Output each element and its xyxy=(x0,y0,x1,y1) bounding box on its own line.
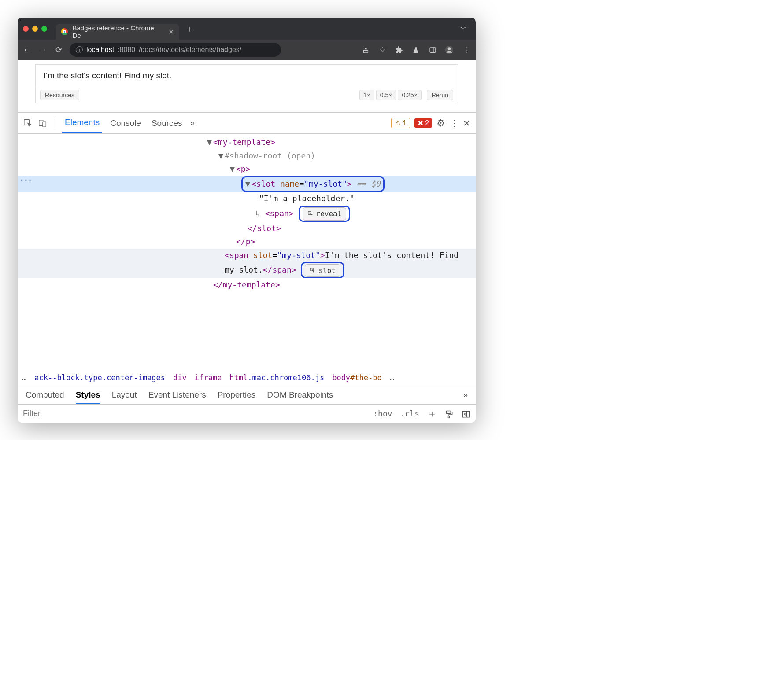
settings-icon[interactable]: ⚙ xyxy=(436,118,445,129)
zoom-1x[interactable]: 1× xyxy=(359,90,374,100)
zoom-025x[interactable]: 0.25× xyxy=(398,90,421,100)
devtools-tabs: Elements Console Sources » ⚠ 1 ✖ 2 ⚙ ⋮ ✕ xyxy=(18,113,476,134)
crumb-1[interactable]: ack--block.type.center-images xyxy=(34,373,165,382)
crumb-2[interactable]: div xyxy=(173,373,187,382)
warnings-badge[interactable]: ⚠ 1 xyxy=(391,118,410,128)
slot-close: </slot> xyxy=(248,224,281,233)
svg-point-4 xyxy=(448,47,451,50)
reload-button[interactable]: ⟳ xyxy=(54,45,63,55)
kebab-menu-icon[interactable]: ⋮ xyxy=(450,118,459,129)
tab-sources[interactable]: Sources xyxy=(149,114,185,133)
elements-tree[interactable]: ▼<my-template> ▼#shadow-root (open) ▼<p>… xyxy=(18,134,476,370)
placeholder-text: "I'm a placeholder." xyxy=(259,194,355,203)
menu-icon[interactable]: ⋮ xyxy=(461,45,471,55)
omnibox[interactable]: i localhost:8080/docs/devtools/elements/… xyxy=(70,43,281,57)
crumb-5[interactable]: body#the-bo xyxy=(332,373,382,382)
svg-rect-7 xyxy=(43,122,46,127)
subtab-properties[interactable]: Properties xyxy=(218,390,256,400)
zoom-05x[interactable]: 0.5× xyxy=(376,90,396,100)
subtab-layout[interactable]: Layout xyxy=(112,390,137,400)
url-port: :8080 xyxy=(118,46,135,54)
new-style-rule-icon[interactable]: ＋ xyxy=(427,407,437,420)
my-template-open: <my-template> xyxy=(213,137,275,147)
demo-footer: Resources 1× 0.5× 0.25× Rerun xyxy=(36,87,458,103)
subtab-event-listeners[interactable]: Event Listeners xyxy=(148,390,206,400)
crumb-ellipsis: … xyxy=(22,373,26,382)
demo-content: I'm the slot's content! Find my slot. xyxy=(36,65,458,87)
svg-rect-10 xyxy=(446,411,451,413)
styles-filterbar: :hov .cls ＋ xyxy=(18,404,476,423)
close-devtools-icon[interactable]: ✕ xyxy=(463,118,470,129)
tab-title: Badges reference - Chrome De xyxy=(72,24,161,39)
back-button[interactable]: ← xyxy=(22,45,32,55)
tab-elements[interactable]: Elements xyxy=(62,113,102,133)
new-tab-button[interactable]: ＋ xyxy=(185,23,194,35)
minimize-window-button[interactable] xyxy=(32,26,38,32)
crumb-4[interactable]: html.mac.chrome106.js xyxy=(229,373,324,382)
tabs-menu-icon[interactable]: ﹀ xyxy=(460,24,467,33)
toggle-sidebar-icon[interactable] xyxy=(462,409,470,419)
resources-button[interactable]: Resources xyxy=(40,90,79,100)
site-info-icon[interactable]: i xyxy=(76,46,83,53)
tabs-overflow-icon[interactable]: » xyxy=(190,118,195,128)
page-viewport: I'm the slot's content! Find my slot. Re… xyxy=(18,60,476,112)
p-close: </p> xyxy=(236,237,255,246)
labs-icon[interactable] xyxy=(410,45,421,54)
url-host: localhost xyxy=(86,46,114,54)
reveal-badge[interactable]: reveal xyxy=(303,207,347,220)
slot-element-row[interactable]: ▼<slot name="my-slot"> == $0 xyxy=(18,176,476,192)
chrome-icon xyxy=(61,28,68,35)
styles-subtabs: Computed Styles Layout Event Listeners P… xyxy=(18,385,476,404)
panel-icon[interactable] xyxy=(427,45,438,54)
zoom-controls: 1× 0.5× 0.25× xyxy=(359,90,422,100)
errors-badge[interactable]: ✖ 2 xyxy=(414,118,432,128)
rerun-button[interactable]: Rerun xyxy=(427,90,453,100)
subtab-dom-breakpoints[interactable]: DOM Breakpoints xyxy=(267,390,333,400)
address-bar: ← → ⟳ i localhost:8080/docs/devtools/ele… xyxy=(18,40,476,60)
my-template-close: </my-template> xyxy=(213,280,280,289)
svg-rect-12 xyxy=(463,411,470,417)
paint-icon[interactable] xyxy=(445,409,454,419)
breadcrumb[interactable]: … ack--block.type.center-images div ifra… xyxy=(18,370,476,385)
subtabs-overflow-icon[interactable]: » xyxy=(463,390,468,400)
span-slot-row[interactable]: <span slot="my-slot">I'm the slot's cont… xyxy=(18,249,476,278)
subtab-styles[interactable]: Styles xyxy=(76,390,100,405)
window-controls xyxy=(23,26,47,32)
cls-toggle[interactable]: .cls xyxy=(400,409,419,418)
hov-toggle[interactable]: :hov xyxy=(373,409,392,418)
crumb-ellipsis-end: … xyxy=(390,373,394,382)
shadow-root-label: #shadow-root (open) xyxy=(225,151,315,160)
slot-badge[interactable]: slot xyxy=(305,264,340,277)
extensions-icon[interactable] xyxy=(394,45,404,54)
devtools-panel: Elements Console Sources » ⚠ 1 ✖ 2 ⚙ ⋮ ✕… xyxy=(18,112,476,423)
subtab-computed[interactable]: Computed xyxy=(26,390,64,400)
span-link[interactable]: <span> xyxy=(265,209,294,218)
share-icon[interactable] xyxy=(360,45,371,54)
browser-window: Badges reference - Chrome De ✕ ＋ ﹀ ← → ⟳… xyxy=(18,18,476,423)
svg-rect-11 xyxy=(448,416,450,418)
close-window-button[interactable] xyxy=(23,26,29,32)
svg-rect-1 xyxy=(430,48,436,52)
titlebar: Badges reference - Chrome De ✕ ＋ ﹀ xyxy=(18,18,476,40)
maximize-window-button[interactable] xyxy=(41,26,47,32)
bookmark-icon[interactable]: ☆ xyxy=(377,45,388,55)
crumb-3[interactable]: iframe xyxy=(195,373,222,382)
styles-filter-input[interactable] xyxy=(23,409,125,418)
close-tab-icon[interactable]: ✕ xyxy=(168,28,174,36)
profile-icon[interactable] xyxy=(444,45,455,55)
browser-tab[interactable]: Badges reference - Chrome De ✕ xyxy=(56,24,179,40)
forward-button[interactable]: → xyxy=(38,45,48,55)
demo-card: I'm the slot's content! Find my slot. Re… xyxy=(35,64,458,103)
tab-console[interactable]: Console xyxy=(107,114,144,133)
inspect-icon[interactable] xyxy=(23,118,33,128)
device-toggle-icon[interactable] xyxy=(38,118,48,128)
url-path: /docs/devtools/elements/badges/ xyxy=(139,46,241,54)
p-open: <p> xyxy=(236,164,251,173)
